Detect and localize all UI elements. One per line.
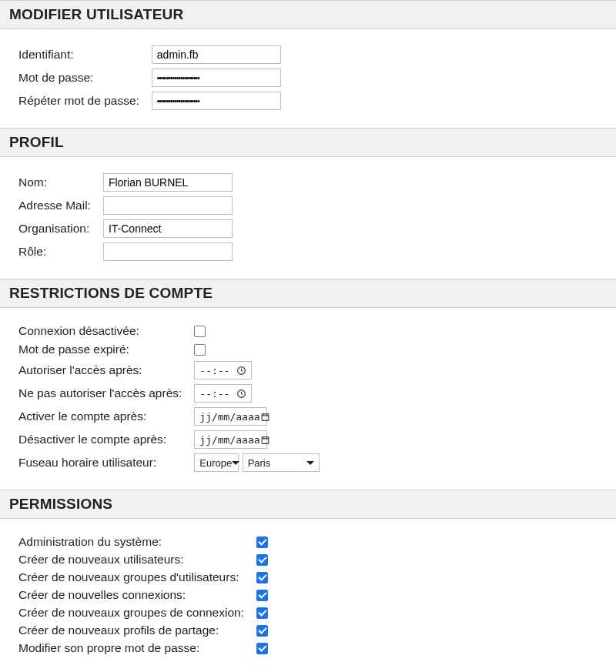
mail-input[interactable]	[103, 196, 233, 215]
perm-checkbox-create-connection-groups[interactable]	[256, 607, 268, 619]
perm-label: Créer de nouveaux utilisateurs:	[15, 550, 253, 568]
identifier-label: Identifiant:	[15, 43, 149, 66]
tz-region-select[interactable]: Europe	[194, 453, 239, 472]
tz-city-select[interactable]: Paris	[243, 453, 320, 472]
calendar-icon	[260, 412, 270, 422]
section-body-restrictions: Connexion désactivée: Mot de passe expir…	[0, 308, 616, 490]
perm-checkbox-create-users[interactable]	[256, 554, 268, 566]
perm-label: Créer de nouveaux groupes d'utilisateurs…	[15, 568, 253, 586]
role-input[interactable]	[103, 242, 233, 261]
section-body-profile: Nom: Adresse Mail: Organisation: Rôle:	[0, 157, 616, 279]
enable-after-date-input[interactable]: jj/mm/aaaa	[194, 407, 267, 426]
identifier-input[interactable]	[152, 45, 281, 64]
perm-label: Modifier son propre mot de passe:	[15, 639, 253, 657]
login-disabled-label: Connexion désactivée:	[15, 322, 191, 340]
calendar-icon	[260, 435, 270, 445]
allow-after-label: Autoriser l'accès après:	[15, 359, 191, 382]
enable-after-label: Activer le compte après:	[15, 405, 191, 428]
disallow-after-label: Ne pas autoriser l'accès après:	[15, 382, 191, 405]
enable-after-date-value: jj/mm/aaaa	[199, 411, 259, 423]
permissions-table: Administration du système: Créer de nouv…	[15, 533, 271, 657]
perm-label: Créer de nouveaux profils de partage:	[15, 621, 253, 639]
password-repeat-input[interactable]	[152, 92, 281, 110]
org-input[interactable]	[103, 219, 233, 238]
perm-checkbox-change-own-password[interactable]	[256, 643, 268, 654]
chevron-down-icon	[306, 461, 314, 465]
perm-label: Administration du système:	[15, 533, 253, 550]
password-label: Mot de passe:	[15, 66, 149, 89]
section-header-restrictions: RESTRICTIONS DE COMPTE	[0, 279, 616, 308]
clock-icon	[236, 389, 246, 399]
clock-icon	[236, 366, 246, 376]
section-body-permissions: Administration du système: Créer de nouv…	[0, 519, 616, 672]
tz-region-value: Europe	[199, 457, 232, 469]
perm-label: Créer de nouvelles connexions:	[15, 586, 253, 603]
disallow-after-time-input[interactable]: --:--	[194, 384, 252, 403]
disallow-after-time-value: --:--	[199, 388, 229, 400]
perm-checkbox-create-share-profiles[interactable]	[256, 625, 268, 637]
allow-after-time-value: --:--	[199, 365, 229, 376]
role-label: Rôle:	[15, 240, 100, 263]
perm-checkbox-system-admin[interactable]	[256, 537, 268, 548]
chevron-down-icon	[232, 461, 239, 465]
section-body-edit-user: Identifiant: Mot de passe: Répéter mot d…	[0, 29, 616, 128]
disable-after-date-input[interactable]: jj/mm/aaaa	[194, 430, 267, 449]
mail-label: Adresse Mail:	[15, 194, 100, 217]
name-input[interactable]	[103, 173, 233, 192]
org-label: Organisation:	[15, 217, 100, 240]
section-header-permissions: PERMISSIONS	[0, 490, 616, 519]
section-header-edit-user: MODIFIER UTILISATEUR	[0, 0, 616, 29]
allow-after-time-input[interactable]: --:--	[194, 361, 252, 379]
disable-after-label: Désactiver le compte après:	[15, 428, 191, 451]
svg-rect-3	[262, 436, 269, 443]
pw-expired-checkbox[interactable]	[194, 344, 206, 356]
tz-city-value: Paris	[248, 457, 271, 469]
login-disabled-checkbox[interactable]	[194, 326, 206, 337]
password-repeat-label: Répéter mot de passe:	[15, 89, 149, 112]
perm-label: Créer de nouveaux groupes de connexion:	[15, 603, 253, 621]
svg-rect-2	[262, 413, 269, 420]
tz-label: Fuseau horaire utilisateur:	[15, 451, 191, 474]
disable-after-date-value: jj/mm/aaaa	[199, 434, 259, 446]
perm-checkbox-create-connections[interactable]	[256, 590, 268, 601]
password-input[interactable]	[152, 69, 281, 87]
section-header-profile: PROFIL	[0, 128, 616, 157]
pw-expired-label: Mot de passe expiré:	[15, 340, 191, 359]
perm-checkbox-create-user-groups[interactable]	[256, 572, 268, 583]
name-label: Nom:	[15, 171, 100, 194]
